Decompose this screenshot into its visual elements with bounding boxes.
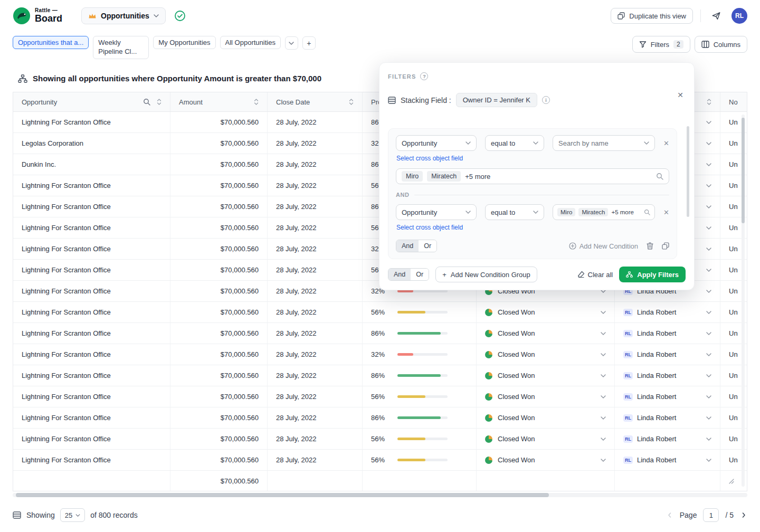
tab-my-opportunities[interactable]: My Opportunities bbox=[153, 36, 215, 49]
apply-filters-button[interactable]: Apply Filters bbox=[619, 267, 686, 282]
user-avatar[interactable]: RL bbox=[732, 8, 747, 24]
owner-dropdown-chevron[interactable] bbox=[706, 332, 711, 335]
owner-dropdown-chevron[interactable] bbox=[706, 374, 711, 377]
vertical-scrollbar[interactable] bbox=[742, 118, 745, 223]
owner-dropdown-chevron[interactable] bbox=[706, 121, 711, 124]
close-date-value: 28 July, 2022 bbox=[276, 245, 316, 253]
and-toggle[interactable]: And bbox=[388, 269, 411, 280]
stacking-field-value[interactable]: Owner ID = Jennifer K bbox=[456, 93, 537, 107]
note-value: Un bbox=[729, 287, 738, 295]
info-icon[interactable]: i bbox=[542, 96, 550, 104]
tab-weekly-pipeline[interactable]: Weekly Pipeline Cl... bbox=[93, 36, 149, 59]
stage-dropdown-chevron[interactable] bbox=[601, 374, 606, 377]
owner-dropdown-chevron[interactable] bbox=[706, 269, 711, 272]
clear-all-button[interactable]: Clear all bbox=[577, 271, 613, 279]
add-new-condition-button[interactable]: Add New Condition bbox=[569, 242, 638, 250]
operator-select[interactable]: equal to bbox=[485, 204, 544, 220]
stage-dropdown-chevron[interactable] bbox=[601, 416, 606, 420]
prev-page-button[interactable] bbox=[666, 511, 673, 519]
owner-dropdown-chevron[interactable] bbox=[706, 184, 711, 187]
column-header-close-date[interactable]: Close Date bbox=[268, 92, 363, 111]
table-row: Lightning For Scranton Office$70,000.560… bbox=[13, 450, 747, 471]
stage-dropdown-chevron[interactable] bbox=[601, 438, 606, 441]
duplicate-view-button[interactable]: Duplicate this view bbox=[611, 8, 693, 24]
search-icon[interactable] bbox=[143, 98, 150, 106]
filters-button[interactable]: Filters 2 bbox=[632, 36, 690, 53]
column-header-note[interactable]: No bbox=[720, 92, 747, 111]
owner-dropdown-chevron[interactable] bbox=[706, 438, 711, 441]
close-date-value: 28 July, 2022 bbox=[276, 203, 316, 211]
amount-cell: $70,000.560 bbox=[170, 260, 268, 280]
tab-all-opportunities[interactable]: All Opportunities bbox=[220, 36, 281, 49]
sort-icon[interactable] bbox=[254, 98, 259, 106]
sort-icon[interactable] bbox=[157, 98, 162, 106]
close-date-cell: 28 July, 2022 bbox=[268, 154, 363, 175]
selected-values-field[interactable]: Miro Miratech +5 more bbox=[396, 168, 669, 184]
close-date-cell: 28 July, 2022 bbox=[268, 344, 363, 365]
sort-icon[interactable] bbox=[707, 98, 711, 106]
owner-dropdown-chevron[interactable] bbox=[706, 416, 711, 420]
owner-dropdown-chevron[interactable] bbox=[706, 353, 711, 356]
owner-avatar-badge: RL bbox=[623, 309, 633, 316]
value-select[interactable]: Search by name bbox=[553, 135, 655, 151]
owner-dropdown-chevron[interactable] bbox=[706, 163, 711, 166]
plus-icon: + bbox=[442, 271, 446, 279]
owner-dropdown-chevron[interactable] bbox=[706, 459, 711, 462]
owner-dropdown-chevron[interactable] bbox=[706, 311, 711, 314]
resize-handle-icon[interactable] bbox=[729, 479, 734, 484]
owner-dropdown-chevron[interactable] bbox=[706, 226, 711, 230]
stage-dropdown-chevron[interactable] bbox=[601, 332, 606, 335]
page-number-input[interactable]: 1 bbox=[703, 508, 719, 522]
add-view-button[interactable]: + bbox=[302, 36, 316, 50]
owner-dropdown-chevron[interactable] bbox=[706, 395, 711, 398]
column-header-opportunity[interactable]: Opportunity bbox=[13, 92, 170, 111]
stage-dropdown-chevron[interactable] bbox=[601, 311, 606, 314]
owner-avatar-badge: RL bbox=[623, 393, 633, 401]
owner-dropdown-chevron[interactable] bbox=[706, 290, 711, 293]
page-size-select[interactable]: 25 bbox=[60, 508, 85, 522]
sort-icon[interactable] bbox=[349, 98, 354, 106]
tabs-overflow-button[interactable] bbox=[285, 36, 298, 50]
next-page-button[interactable] bbox=[740, 511, 747, 519]
remove-condition-icon[interactable]: ✕ bbox=[663, 208, 669, 216]
stage-dropdown-chevron[interactable] bbox=[601, 395, 606, 398]
delete-group-icon[interactable] bbox=[647, 242, 653, 250]
owner-cell: RLLinda Robert bbox=[615, 365, 720, 386]
cross-object-link[interactable]: Select cross object field bbox=[396, 155, 463, 162]
stage-cell: Closed Won bbox=[477, 450, 615, 470]
and-toggle[interactable]: And bbox=[396, 240, 419, 252]
stage-dropdown-chevron[interactable] bbox=[601, 353, 606, 356]
opportunity-name: Lightning For Scranton Office bbox=[22, 308, 111, 316]
owner-dropdown-chevron[interactable] bbox=[706, 142, 711, 145]
close-date-value: 28 July, 2022 bbox=[276, 118, 316, 126]
field-select[interactable]: Opportunity bbox=[396, 135, 477, 151]
probability-cell: 86% bbox=[363, 323, 477, 344]
operator-select[interactable]: equal to bbox=[485, 135, 544, 151]
help-icon[interactable]: ? bbox=[420, 72, 428, 80]
panel-scrollbar[interactable] bbox=[687, 126, 689, 217]
object-view-selector[interactable]: Opportunities bbox=[81, 7, 166, 24]
stage-dropdown-chevron[interactable] bbox=[601, 459, 606, 462]
note-value: Un bbox=[729, 414, 738, 422]
probability-value: 86% bbox=[371, 414, 391, 422]
cross-object-link[interactable]: Select cross object field bbox=[396, 224, 463, 231]
tab-opportunities-that[interactable]: Opportunities that a... bbox=[13, 36, 89, 49]
horizontal-scrollbar[interactable] bbox=[16, 493, 549, 497]
send-button[interactable] bbox=[708, 8, 724, 24]
or-toggle[interactable]: Or bbox=[419, 240, 436, 252]
close-filters-icon[interactable]: ✕ bbox=[677, 91, 683, 99]
duplicate-group-icon[interactable] bbox=[662, 242, 669, 250]
owner-dropdown-chevron[interactable] bbox=[706, 248, 711, 251]
opportunity-name: Lightning For Scranton Office bbox=[22, 350, 111, 358]
owner-dropdown-chevron[interactable] bbox=[706, 205, 711, 208]
or-toggle[interactable]: Or bbox=[411, 269, 429, 280]
column-header-amount[interactable]: Amount bbox=[170, 92, 268, 111]
selected-values-field[interactable]: Miro Miratech +5 more bbox=[553, 204, 655, 220]
field-select[interactable]: Opportunity bbox=[396, 204, 477, 220]
amount-value: $70,000.560 bbox=[221, 224, 259, 232]
add-condition-group-button[interactable]: + Add New Condition Group bbox=[435, 267, 537, 282]
columns-button[interactable]: Columns bbox=[695, 36, 747, 53]
remove-condition-icon[interactable]: ✕ bbox=[663, 139, 669, 147]
funnel-icon bbox=[639, 41, 647, 48]
probability-value: 56% bbox=[371, 456, 391, 464]
